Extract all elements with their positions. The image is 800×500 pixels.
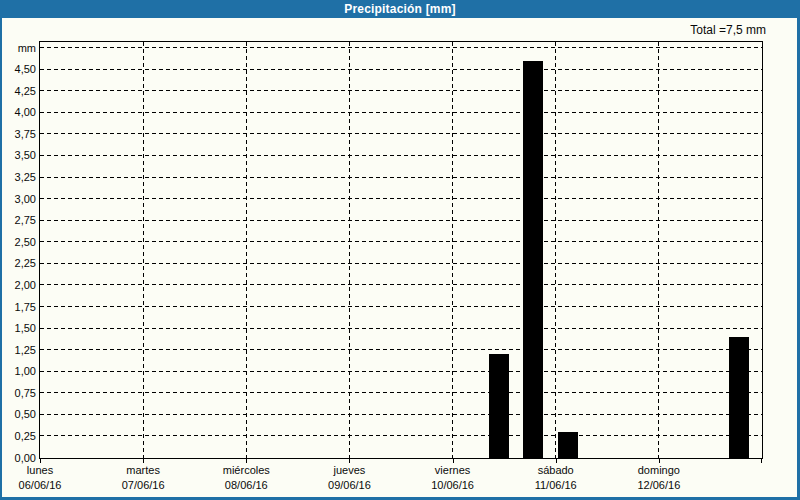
gridline-horizontal bbox=[40, 263, 762, 264]
day-date-label: 10/06/16 bbox=[431, 479, 474, 492]
plot-area bbox=[39, 41, 763, 459]
x-axis-tick bbox=[453, 458, 454, 463]
y-tick-label: 3,75 bbox=[0, 128, 36, 141]
gridline-horizontal bbox=[40, 155, 762, 156]
precipitation-bar bbox=[558, 432, 578, 458]
day-date-label: 07/06/16 bbox=[122, 479, 165, 492]
y-tick-label: 0,75 bbox=[0, 387, 36, 400]
gridline-vertical bbox=[349, 42, 350, 458]
total-precipitation-label: Total =7,5 mm bbox=[690, 23, 766, 37]
y-tick-label: 0,25 bbox=[0, 430, 36, 443]
day-name-label: sábado bbox=[535, 464, 577, 477]
gridline-horizontal bbox=[40, 349, 762, 350]
gridline-horizontal bbox=[40, 241, 762, 242]
x-day-label: martes07/06/16 bbox=[122, 464, 165, 492]
y-tick-label: 2,50 bbox=[0, 236, 36, 249]
y-tick-label: 4,00 bbox=[0, 106, 36, 119]
y-tick-label: 2,25 bbox=[0, 257, 36, 270]
gridline-horizontal bbox=[40, 220, 762, 221]
gridline-horizontal bbox=[40, 133, 762, 134]
gridline-horizontal bbox=[40, 328, 762, 329]
gridline-horizontal bbox=[40, 69, 762, 70]
x-axis-tick bbox=[659, 458, 660, 463]
precipitation-bar bbox=[523, 61, 543, 458]
gridline-horizontal bbox=[40, 306, 762, 307]
gridline-horizontal bbox=[40, 90, 762, 91]
x-axis-tick bbox=[40, 458, 41, 463]
y-tick-label: 1,50 bbox=[0, 322, 36, 335]
y-tick-label: 3,50 bbox=[0, 149, 36, 162]
y-tick-label: 4,50 bbox=[0, 63, 36, 76]
y-tick-label: 1,25 bbox=[0, 344, 36, 357]
y-tick-label: 1,75 bbox=[0, 301, 36, 314]
x-day-label: sábado11/06/16 bbox=[535, 464, 577, 492]
x-axis-tick bbox=[349, 458, 350, 463]
day-date-label: 11/06/16 bbox=[535, 479, 577, 492]
x-day-label: jueves09/06/16 bbox=[328, 464, 371, 492]
day-date-label: 08/06/16 bbox=[223, 479, 270, 492]
gridline-vertical bbox=[658, 42, 659, 458]
day-name-label: miércoles bbox=[223, 464, 270, 477]
y-tick-label: 2,00 bbox=[0, 279, 36, 292]
y-tick-label: 2,75 bbox=[0, 214, 36, 227]
x-axis-tick bbox=[143, 458, 144, 463]
y-tick-label: 4,25 bbox=[0, 85, 36, 98]
gridline-vertical bbox=[555, 42, 556, 458]
day-date-label: 12/06/16 bbox=[637, 479, 680, 492]
gridline-horizontal bbox=[40, 371, 762, 372]
gridline-vertical bbox=[452, 42, 453, 458]
y-tick-label: 0,50 bbox=[0, 408, 36, 421]
gridline-horizontal bbox=[40, 198, 762, 199]
y-tick-label: 1,00 bbox=[0, 365, 36, 378]
day-name-label: lunes bbox=[19, 464, 62, 477]
x-day-label: miércoles08/06/16 bbox=[223, 464, 270, 492]
gridline-vertical bbox=[246, 42, 247, 458]
x-axis-labels: lunes06/06/16martes07/06/16miércoles08/0… bbox=[40, 464, 762, 494]
gridline-horizontal bbox=[40, 47, 762, 48]
precipitation-bar bbox=[489, 354, 509, 458]
gridline-vertical bbox=[143, 42, 144, 458]
x-day-label: viernes10/06/16 bbox=[431, 464, 474, 492]
gridline-horizontal bbox=[40, 435, 762, 436]
x-day-label: lunes06/06/16 bbox=[19, 464, 62, 492]
gridline-horizontal bbox=[40, 392, 762, 393]
y-tick-label: 3,25 bbox=[0, 171, 36, 184]
gridline-horizontal bbox=[40, 177, 762, 178]
gridline-horizontal bbox=[40, 414, 762, 415]
y-axis-labels: 0,000,250,500,751,001,251,501,752,002,25… bbox=[0, 42, 36, 458]
y-tick-label: 0,00 bbox=[0, 452, 36, 465]
x-axis-tick bbox=[556, 458, 557, 463]
y-tick-label: 3,00 bbox=[0, 193, 36, 206]
day-name-label: viernes bbox=[431, 464, 474, 477]
gridline-horizontal bbox=[40, 112, 762, 113]
day-name-label: jueves bbox=[328, 464, 371, 477]
x-axis-tick bbox=[761, 458, 762, 463]
chart-title: Precipitación [mm] bbox=[344, 2, 456, 16]
x-axis-tick bbox=[246, 458, 247, 463]
day-name-label: domingo bbox=[637, 464, 680, 477]
gridline-horizontal bbox=[40, 284, 762, 285]
chart-titlebar: Precipitación [mm] bbox=[0, 0, 800, 18]
day-date-label: 06/06/16 bbox=[19, 479, 62, 492]
precipitation-chart-window: Precipitación [mm] Total =7,5 mm mm 0,00… bbox=[0, 0, 800, 500]
day-name-label: martes bbox=[122, 464, 165, 477]
day-date-label: 09/06/16 bbox=[328, 479, 371, 492]
precipitation-bar bbox=[729, 337, 749, 458]
x-day-label: domingo12/06/16 bbox=[637, 464, 680, 492]
